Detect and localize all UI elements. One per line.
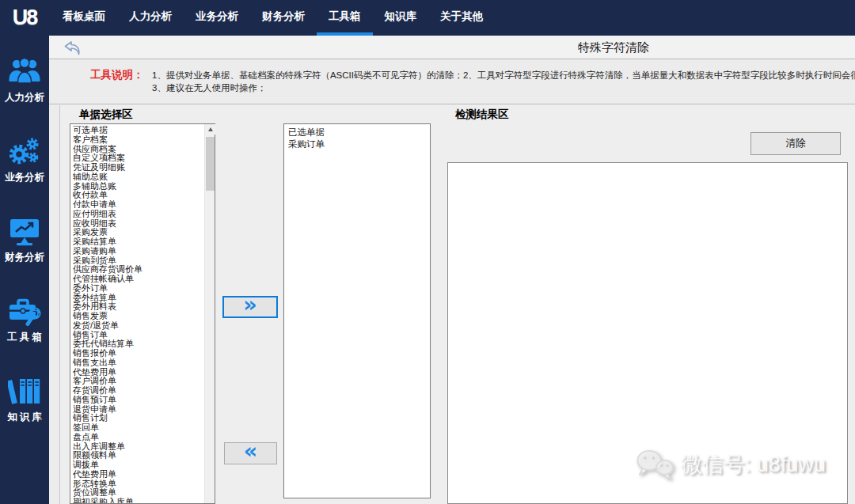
selected-documents-listbox[interactable]: 已选单据采购订单 [283,123,431,498]
nav-tab[interactable]: 工具箱 [317,0,373,36]
double-chevron-right-icon: » [243,297,256,313]
section-label-document-selection: 单据选择区 [79,108,133,122]
sidebar-item-hr-analysis[interactable]: 人力分析 [0,45,49,125]
sidebar-item-label: 工具箱 [7,331,44,344]
available-document-item[interactable]: 凭证及明细账 [73,163,203,172]
available-document-item[interactable]: 辅助总账 [73,172,203,182]
main-content: 特殊字符清除 工具说明： 1、提供对业务单据、基础档案的特殊字符（ASCII码类… [49,36,855,504]
available-document-item[interactable]: 销售支出单 [73,358,203,368]
nav-tab[interactable]: 知识库 [373,0,429,36]
nav-tab[interactable]: 财务分析 [250,0,317,36]
tool-note: 工具说明： 1、提供对业务单据、基础档案的特殊字符（ASCII码类不可见字符）的… [49,60,855,104]
section-label-detection-results: 检测结果区 [455,108,509,122]
double-chevron-left-icon: « [244,443,257,459]
scrollbar-thumb[interactable] [206,137,215,191]
nav-tab[interactable]: 关于其他 [428,0,495,36]
available-document-item[interactable]: 代管挂帐确认单 [73,275,203,284]
sidebar-item-finance-analysis[interactable]: 财务分析 [0,205,49,285]
sidebar-item-label: 人力分析 [5,91,44,104]
available-document-item[interactable]: 签回单 [73,423,203,433]
gears-icon [8,135,41,169]
available-document-item[interactable]: 期初采购入库单 [73,498,203,504]
nav-tab[interactable]: 业务分析 [184,0,250,36]
tool-note-line2: 3、建议在无人使用时操作； [152,82,853,94]
selected-document-item[interactable]: 已选单据 [288,127,430,138]
selected-document-item[interactable]: 采购订单 [288,138,430,150]
u8-logo: U8 [0,6,49,30]
sidebar-item-label: 业务分析 [5,171,44,184]
sidebar-item-knowledge-base[interactable]: 知识库 [0,365,49,445]
scrollbar[interactable] [204,124,215,503]
sidebar-item-label: 知识库 [7,411,44,424]
people-icon [8,55,41,89]
books-icon [8,374,41,409]
nav-tab[interactable]: 看板桌面 [51,0,117,36]
nav-tab[interactable]: 人力分析 [117,0,184,36]
sidebar-item-toolbox[interactable]: 工具箱 [0,285,49,365]
monitor-chart-icon [8,214,41,249]
toolbox-icon [7,294,42,329]
available-document-item[interactable]: 采购结算单 [73,237,203,247]
available-document-item[interactable]: 销售发票 [73,312,203,321]
available-document-item[interactable]: 采购请购单 [73,247,203,256]
nav-tabs: 看板桌面人力分析业务分析财务分析工具箱知识库关于其他 [51,0,495,36]
available-document-item[interactable]: 销售报价单 [73,349,203,358]
back-arrow-icon [63,40,82,55]
sidebar-item-label: 财务分析 [5,251,44,264]
available-document-item[interactable]: 代垫费用单 [73,470,203,479]
scroll-up-arrow-icon[interactable] [205,124,215,135]
detection-results-box [447,162,848,504]
available-document-item[interactable]: 可选单据 [73,126,203,135]
move-right-button[interactable]: » [222,296,278,318]
top-navbar: U8 看板桌面人力分析业务分析财务分析工具箱知识库关于其他 [0,0,855,36]
available-document-item[interactable]: 调拨单 [73,460,203,470]
page-title: 特殊字符清除 [578,40,649,55]
available-document-item[interactable]: 付款申请单 [73,200,203,210]
available-document-item[interactable]: 客户档案 [73,135,203,145]
available-document-item[interactable]: 委外订单 [73,284,203,294]
available-document-item[interactable]: 存货调价单 [73,386,203,396]
available-document-item[interactable]: 发货/退货单 [73,321,203,331]
tool-note-line1: 1、提供对业务单据、基础档案的特殊字符（ASCII码类不可见字符）的清除；2、工… [152,70,853,81]
page-header: 特殊字符清除 [49,36,855,59]
sidebar: 人力分析 业务分析 财务分析 [0,36,49,504]
available-document-item[interactable]: 应付明细表 [73,210,203,219]
available-document-item[interactable]: 盘点单 [73,433,203,442]
clear-button-label: 清除 [786,137,806,150]
sidebar-item-business-analysis[interactable]: 业务分析 [0,125,49,205]
available-document-item[interactable]: 销售预订单 [73,396,203,405]
move-left-button[interactable]: « [224,442,277,464]
tool-note-label: 工具说明： [90,68,144,82]
back-button[interactable] [63,40,82,55]
available-documents-listbox[interactable]: 可选单据客户档案供应商档案自定义项档案凭证及明细账辅助总账多辅助总账收付款单付款… [70,123,215,504]
clear-button[interactable]: 清除 [750,132,841,155]
